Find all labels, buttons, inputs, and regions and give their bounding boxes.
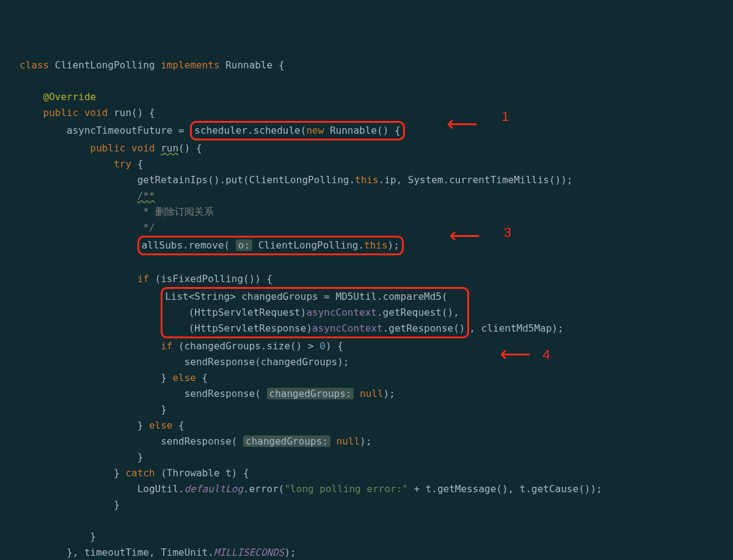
method-run-inner: run bbox=[161, 142, 178, 154]
brace: { bbox=[196, 372, 208, 384]
kw-implements: implements bbox=[161, 59, 219, 71]
num-zero: 0 bbox=[319, 340, 326, 352]
sched-tail: }, timeoutTime, TimeUnit. bbox=[67, 547, 214, 558]
line: (HttpServletResponse) bbox=[165, 322, 312, 334]
kw-public: public bbox=[90, 142, 126, 154]
paren: ); bbox=[384, 388, 395, 399]
log-call: LogUtil. bbox=[137, 483, 184, 495]
line-tail: .getRequest(), bbox=[377, 307, 459, 318]
schedule-call: scheduler.schedule( bbox=[194, 125, 306, 136]
line-tail: .getResponse() bbox=[383, 322, 465, 334]
cond: (isFixedPolling()) { bbox=[149, 273, 272, 285]
send-null: sendResponse( bbox=[137, 435, 243, 447]
field-defaultlog: defaultLog bbox=[184, 483, 243, 495]
kw-public: public bbox=[43, 107, 79, 118]
paren-brace: () { bbox=[178, 142, 202, 154]
stmt-tail: .ip, System.currentTimeMillis()); bbox=[379, 174, 573, 186]
param-hint: o: bbox=[236, 239, 252, 251]
param-hint: changedGroups: bbox=[243, 435, 330, 447]
brace: } bbox=[114, 499, 120, 511]
code-block: class ClientLongPolling implements Runna… bbox=[20, 57, 733, 560]
send-null: sendResponse( bbox=[161, 388, 266, 399]
kw-catch: catch bbox=[125, 467, 155, 479]
kw-class: class bbox=[20, 59, 49, 71]
log-tail: + t.getMessage(), t.getCause()); bbox=[408, 483, 602, 495]
sp bbox=[330, 435, 337, 447]
brace: } bbox=[137, 451, 144, 463]
kw-if: if bbox=[137, 273, 149, 285]
kw-void: void bbox=[131, 142, 155, 154]
line: sendResponse(changedGroups); bbox=[161, 356, 349, 368]
brace: { bbox=[272, 59, 284, 71]
annotation-label-1: 1 bbox=[501, 109, 509, 125]
field-asynccontext: asyncContext bbox=[306, 307, 377, 318]
brace: } bbox=[161, 404, 167, 415]
kw-void: void bbox=[84, 107, 108, 118]
log-method: .error( bbox=[243, 483, 284, 495]
line: (HttpServletRequest) bbox=[165, 307, 306, 318]
annotation-label-3: 3 bbox=[504, 225, 511, 241]
kw-else: else bbox=[149, 420, 173, 431]
kw-new: new bbox=[306, 125, 324, 136]
paren: ); bbox=[284, 547, 296, 558]
line: List<String> changedGroups = MD5Util.com… bbox=[165, 291, 447, 302]
paren: ); bbox=[388, 239, 399, 251]
kw-try: try bbox=[114, 158, 131, 170]
brace: { bbox=[131, 158, 143, 170]
kw-this: this bbox=[364, 239, 388, 251]
method-run: run() { bbox=[108, 107, 155, 118]
comment-line: /** bbox=[137, 190, 155, 202]
sp bbox=[354, 388, 360, 399]
paren: ); bbox=[360, 435, 371, 447]
assign-lhs: asyncTimeoutFuture = bbox=[67, 125, 190, 136]
brace: } bbox=[137, 420, 149, 431]
const-ms: MILLISECONDS bbox=[214, 547, 285, 558]
iface-name: Runnable bbox=[225, 59, 272, 71]
kw-null: null bbox=[337, 435, 360, 447]
highlight-box-4: List<String> changedGroups = MD5Util.com… bbox=[161, 287, 469, 338]
kw-this: this bbox=[355, 174, 379, 186]
brace: } bbox=[90, 531, 97, 542]
cond-tail: ) { bbox=[326, 340, 343, 352]
annotation-override: @Override bbox=[43, 91, 97, 103]
param-hint: changedGroups: bbox=[267, 388, 354, 399]
qualified: ClientLongPolling. bbox=[252, 239, 364, 251]
field-asynccontext: asyncContext bbox=[312, 322, 383, 334]
brace: } bbox=[161, 372, 172, 384]
comment-line: * 删除订阅关系 bbox=[137, 206, 214, 217]
kw-else: else bbox=[172, 372, 196, 384]
kw-if: if bbox=[161, 340, 172, 352]
highlight-box-3: allSubs.remove( o: ClientLongPolling.thi… bbox=[137, 236, 404, 255]
cond: (changedGroups.size() > bbox=[172, 340, 319, 352]
highlight-box-1: scheduler.schedule(new Runnable() { bbox=[190, 121, 404, 140]
line-tail: , clientMd5Map); bbox=[469, 322, 563, 334]
annotation-label-4: 4 bbox=[542, 347, 550, 363]
brace: { bbox=[172, 420, 184, 431]
stmt-getretain: getRetainIps().put(ClientLongPolling. bbox=[137, 174, 355, 186]
runnable-anon: Runnable() { bbox=[324, 125, 400, 136]
class-name: ClientLongPolling bbox=[55, 59, 155, 71]
kw-null: null bbox=[360, 388, 384, 399]
comment-line: */ bbox=[137, 222, 155, 233]
catch-param: (Throwable t) { bbox=[155, 467, 249, 479]
allsubs-remove: allSubs.remove( bbox=[142, 239, 236, 251]
brace: } bbox=[114, 467, 125, 479]
string-literal: "long polling error:" bbox=[284, 483, 407, 495]
